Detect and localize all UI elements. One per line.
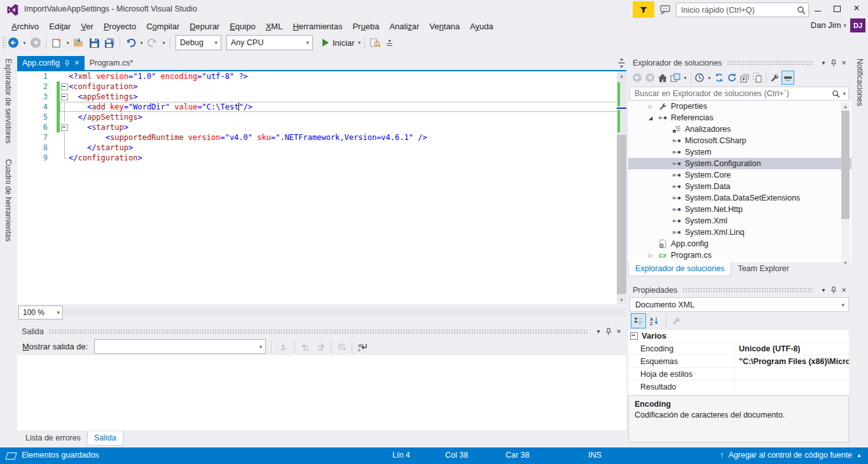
menu-prueba[interactable]: Prueba	[347, 20, 384, 32]
output-content[interactable]	[17, 355, 626, 430]
code-line-5[interactable]: 5 </appSettings>	[17, 112, 626, 122]
code-line-9[interactable]: 9</configuration>	[17, 153, 626, 163]
search-icon[interactable]	[832, 90, 840, 98]
menu-ventana[interactable]: Ventana	[424, 20, 465, 32]
forward-icon[interactable]	[644, 71, 656, 84]
properties-object-combo[interactable]: Documento XML ▾	[630, 297, 849, 312]
minimize-button[interactable]	[809, 0, 827, 17]
code-line-4[interactable]: 4 <add key="WordDir" value="C:\Test"/>	[17, 102, 626, 112]
navigate-forward-button[interactable]	[29, 36, 43, 50]
code-line-1[interactable]: 1<?xml version="1.0" encoding="utf-8" ?>	[17, 71, 626, 81]
categorized-icon[interactable]	[631, 313, 646, 328]
scrollbar-thumb[interactable]	[617, 135, 626, 294]
find-in-files-button[interactable]	[368, 36, 382, 50]
code-editor[interactable]: 1<?xml version="1.0" encoding="utf-8" ?>…	[17, 71, 626, 304]
menu-xml[interactable]: XML	[261, 20, 288, 32]
property-row-esquemas[interactable]: Esquemas"C:\Program Files (x86)\Microso	[628, 355, 849, 367]
menu-ayuda[interactable]: Ayuda	[465, 20, 499, 32]
tab-notifications[interactable]: Notificaciones	[851, 52, 868, 113]
user-name-button[interactable]: Dan Jim	[811, 20, 841, 30]
solution-explorer-header[interactable]: Explorador de soluciones ▾ ×	[628, 56, 851, 69]
scroll-down-icon[interactable]: ▼	[617, 295, 626, 304]
tab-toolbox[interactable]: Cuadro de herramientas	[0, 153, 17, 251]
editor-splitter-handle[interactable]	[617, 56, 626, 70]
previous-message-icon[interactable]	[298, 340, 312, 354]
undo-button[interactable]	[123, 36, 137, 50]
scroll-up-icon[interactable]: ▲	[617, 71, 626, 80]
collapse-icon[interactable]: ◢	[644, 115, 658, 121]
code-line-8[interactable]: 8 </startup>	[17, 143, 626, 153]
menu-ver[interactable]: Ver	[76, 20, 99, 32]
menu-archivo[interactable]: Archivo	[6, 20, 44, 32]
word-wrap-icon[interactable]: abc	[355, 340, 369, 354]
pin-icon[interactable]	[829, 58, 839, 68]
tab-team-explorer[interactable]: Team Explorer	[731, 262, 796, 276]
new-project-button[interactable]	[50, 36, 64, 50]
tree-item-system-data-datasetextensions[interactable]: System.Data.DataSetExtensions	[628, 192, 851, 204]
tab-lista-de-errores[interactable]: Lista de errores	[19, 432, 87, 445]
tree-item-system-xml[interactable]: System.Xml	[628, 215, 851, 227]
window-position-dropdown-icon[interactable]: ▾	[818, 58, 829, 68]
tree-vertical-scrollbar[interactable]: ▲ ▼	[841, 102, 850, 267]
solution-configuration-combo[interactable]: Debug ▾	[176, 35, 221, 50]
property-category-row[interactable]: Varios	[628, 330, 849, 342]
menu-proyecto[interactable]: Proyecto	[99, 20, 141, 32]
code-line-3[interactable]: 3 <appSettings>	[17, 92, 626, 102]
window-position-dropdown-icon[interactable]: ▾	[818, 285, 829, 295]
properties-wrench-icon[interactable]	[769, 71, 780, 84]
tree-item-system-xml-linq[interactable]: System.Xml.Linq	[628, 227, 851, 238]
toolbar-grip[interactable]	[2, 36, 6, 49]
property-row-hoja-de-estilos[interactable]: Hoja de estilos	[628, 367, 849, 380]
show-all-files-icon[interactable]	[752, 71, 763, 84]
tree-item-microsoft-csharp[interactable]: Microsoft.CSharp	[628, 135, 851, 146]
menu-analizar[interactable]: Analizar	[384, 20, 424, 32]
go-to-message-icon[interactable]	[277, 340, 291, 354]
editor-vertical-scrollbar[interactable]: ▲ ▼	[617, 71, 626, 304]
new-project-dropdown-icon[interactable]: ▾	[64, 36, 71, 50]
property-row-resultado[interactable]: Resultado	[628, 380, 849, 393]
collapse-region-icon[interactable]	[60, 81, 69, 92]
editor-zoom-combo[interactable]: 100 % ▾	[18, 306, 63, 320]
pin-icon[interactable]	[829, 285, 839, 295]
add-to-source-control-button[interactable]: ↑ Agregar al control de código fuente ▲	[720, 451, 862, 460]
tree-item-system-data[interactable]: System.Data	[628, 181, 851, 192]
switch-views-icon[interactable]	[670, 71, 681, 84]
toolbar-options-dropdown[interactable]: ▾	[387, 39, 392, 46]
expand-icon[interactable]: ▷	[644, 253, 658, 258]
property-value[interactable]: Unicode (UTF-8)	[735, 342, 849, 355]
collapse-region-icon[interactable]	[60, 92, 69, 102]
show-output-from-combo[interactable]: ▾	[94, 339, 266, 354]
tree-item-system-configuration[interactable]: System.Configuration	[628, 158, 851, 169]
tab-salida[interactable]: Salida	[87, 432, 123, 446]
menu-herramientas[interactable]: Herramientas	[287, 20, 347, 32]
clear-all-icon[interactable]	[334, 340, 348, 354]
pin-icon[interactable]	[64, 60, 70, 67]
properties-header[interactable]: Propiedades ▾ ×	[628, 283, 851, 297]
scrollbar-thumb[interactable]	[841, 111, 850, 219]
tree-item-analizadores[interactable]: Analizadores	[628, 123, 851, 135]
feedback-filter-button[interactable]	[633, 1, 654, 18]
redo-button[interactable]	[146, 36, 160, 50]
tab-server-explorer[interactable]: Explorador de servidores	[0, 52, 17, 153]
close-icon[interactable]: ×	[839, 285, 849, 295]
menu-compilar[interactable]: Compilar	[141, 20, 184, 32]
close-icon[interactable]: ×	[839, 58, 849, 68]
code-line-7[interactable]: 7 <supportedRuntime version="v4.0" sku="…	[17, 132, 626, 143]
pending-changes-dropdown-icon[interactable]: ▾	[706, 71, 713, 85]
user-dropdown-icon[interactable]: ▾	[843, 22, 846, 29]
property-value[interactable]: "C:\Program Files (x86)\Microso	[735, 355, 849, 367]
document-tab-app-config[interactable]: App.config×	[17, 56, 85, 70]
back-icon[interactable]	[631, 71, 643, 84]
collapse-region-icon[interactable]	[60, 122, 69, 132]
tree-item-properties[interactable]: ▷Properties	[628, 101, 851, 112]
property-pages-wrench-icon[interactable]	[670, 314, 684, 328]
tree-item-system-net-http[interactable]: System.Net.Http	[628, 204, 851, 215]
property-value[interactable]	[735, 381, 849, 393]
save-all-button[interactable]	[102, 36, 116, 50]
tree-item-system[interactable]: System	[628, 146, 851, 158]
tree-item-system-core[interactable]: System.Core	[628, 169, 851, 181]
tree-item-app-config[interactable]: App.config	[628, 238, 851, 250]
quick-launch-search[interactable]: Inicio rápido (Ctrl+Q)	[676, 3, 809, 17]
sync-with-active-document-icon[interactable]	[713, 71, 725, 84]
collapse-all-icon[interactable]	[739, 71, 750, 84]
